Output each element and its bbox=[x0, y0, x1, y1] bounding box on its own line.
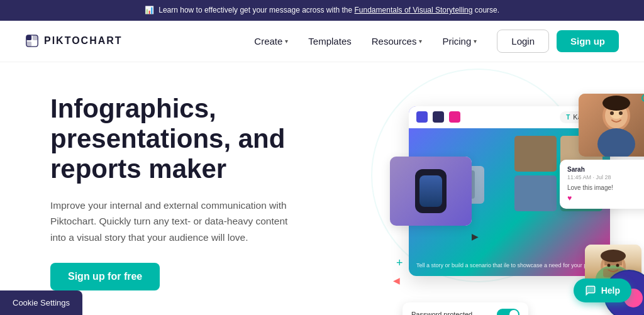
main-nav: PIKTOCHART Create ▾ Templates Resources … bbox=[0, 21, 644, 62]
chat-username: Sarah bbox=[567, 166, 644, 173]
watch-background bbox=[390, 157, 472, 226]
svg-point-9 bbox=[602, 96, 630, 111]
help-chat-icon bbox=[585, 285, 596, 296]
hero-text: Infographics, presentations, and reports… bbox=[50, 87, 352, 291]
nav-links: Create ▾ Templates Resources ▾ Pricing ▾ bbox=[247, 31, 484, 52]
logo-icon bbox=[25, 34, 39, 48]
canvas-text: Tell a story or build a scenario that il… bbox=[416, 262, 602, 270]
login-button[interactable]: Login bbox=[497, 30, 549, 53]
nav-pricing[interactable]: Pricing ▾ bbox=[435, 31, 484, 52]
resources-label: Resources bbox=[372, 36, 417, 47]
nav-templates[interactable]: Templates bbox=[301, 31, 358, 52]
profile-image bbox=[579, 94, 644, 157]
help-button[interactable]: Help bbox=[574, 279, 631, 302]
cursor-icon: ▶ bbox=[472, 231, 479, 241]
photo-1 bbox=[514, 136, 557, 172]
nav-create[interactable]: Create ▾ bbox=[247, 31, 296, 52]
create-label: Create bbox=[254, 36, 282, 47]
watch-body bbox=[415, 169, 447, 213]
nav-resources[interactable]: Resources ▾ bbox=[364, 31, 430, 52]
color-swatch-dark bbox=[433, 111, 444, 123]
password-toggle[interactable] bbox=[497, 309, 519, 315]
pricing-label: Pricing bbox=[442, 36, 471, 47]
banner-emoji: 📊 bbox=[145, 6, 154, 14]
logo[interactable]: PIKTOCHART bbox=[25, 34, 123, 48]
watch-screen bbox=[419, 175, 442, 207]
search-icon-deco bbox=[641, 94, 644, 107]
piktochart-t-icon: T bbox=[566, 114, 570, 121]
hero-section: Infographics, presentations, and reports… bbox=[0, 62, 644, 315]
color-swatch-pink bbox=[449, 111, 460, 123]
hero-subtitle: Improve your internal and external commu… bbox=[50, 197, 289, 246]
chat-card: Sarah 11:45 AM · Jul 28 Love this image!… bbox=[560, 160, 644, 209]
announcement-banner: 📊 Learn how to effectively get your mess… bbox=[0, 0, 644, 21]
banner-link[interactable]: Fundamentals of Visual Storytelling bbox=[355, 6, 473, 14]
signup-button[interactable]: Sign up bbox=[557, 30, 619, 52]
nav-buttons: Login Sign up bbox=[497, 30, 619, 53]
chat-message: Love this image! bbox=[567, 184, 644, 191]
svg-point-8 bbox=[619, 111, 623, 115]
hero-title: Infographics, presentations, and reports… bbox=[50, 94, 352, 185]
person-svg bbox=[591, 94, 641, 157]
color-swatch-blue bbox=[416, 111, 428, 123]
cookie-settings-bar[interactable]: Cookie Settings bbox=[0, 290, 82, 315]
svg-point-5 bbox=[597, 128, 635, 157]
svg-rect-17 bbox=[604, 260, 622, 265]
resources-chevron: ▾ bbox=[419, 38, 422, 45]
password-label: Password protected bbox=[411, 311, 472, 315]
logo-text: PIKTOCHART bbox=[44, 35, 123, 47]
watch-card bbox=[390, 157, 472, 226]
photo-3 bbox=[514, 175, 557, 211]
pricing-chevron: ▾ bbox=[474, 38, 477, 45]
chat-time: 11:45 AM · Jul 28 bbox=[567, 174, 644, 180]
cta-button[interactable]: Sign up for free bbox=[50, 263, 160, 290]
help-label: Help bbox=[601, 285, 620, 296]
banner-suffix: course. bbox=[475, 6, 499, 14]
banner-text: Learn how to effectively get your messag… bbox=[158, 6, 354, 14]
chat-heart-icon: ♥ bbox=[567, 194, 644, 202]
password-card: Password protected bbox=[402, 302, 528, 315]
templates-label: Templates bbox=[308, 36, 351, 47]
red-triangle-decoration: ◀ bbox=[393, 275, 400, 285]
svg-point-7 bbox=[610, 111, 614, 115]
create-chevron: ▾ bbox=[285, 38, 288, 45]
profile-card bbox=[579, 94, 644, 157]
plus-icon-1: + bbox=[396, 257, 403, 270]
